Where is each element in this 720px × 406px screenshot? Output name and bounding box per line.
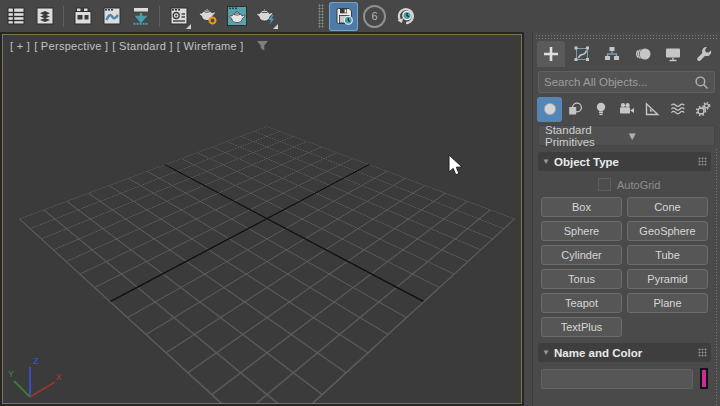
rendered-frame-window-icon [225, 4, 249, 28]
name-color-body [538, 364, 711, 393]
geosphere-button[interactable]: GeoSphere [627, 221, 708, 241]
autobackup-count-badge[interactable]: 6 [363, 5, 386, 28]
main-toolbar: 6 [0, 0, 720, 32]
render-production-button[interactable] [251, 2, 280, 31]
name-color-rollout-header[interactable]: ▼ Name and Color [538, 343, 711, 362]
tab-display[interactable] [659, 41, 687, 67]
search-field[interactable]: Search All Objects... [538, 71, 715, 93]
rollout-collapse-icon: ▼ [542, 348, 554, 357]
tube-button[interactable]: Tube [627, 245, 708, 265]
command-panel: Search All Objects... [532, 32, 720, 406]
primitive-category-dropdown[interactable]: Standard Primitives ▼ [538, 125, 715, 146]
object-type-title: Object Type [554, 156, 698, 168]
plane-button[interactable]: Plane [627, 293, 708, 313]
home-grid [19, 126, 515, 404]
space-warps-icon [670, 101, 686, 117]
category-helpers[interactable] [640, 97, 665, 122]
viewport-pov-menu[interactable]: [ Perspective ] [34, 40, 108, 52]
tab-hierarchy[interactable] [598, 41, 626, 67]
autogrid-label: AutoGrid [617, 179, 660, 191]
autobackup-icon [333, 5, 355, 27]
rollout-drag-grip[interactable] [698, 348, 707, 357]
textplus-button[interactable]: TextPlus [541, 317, 622, 337]
toolbar-separator [63, 6, 64, 27]
display-icon [664, 45, 682, 63]
pyramid-button[interactable]: Pyramid [627, 269, 708, 289]
utilities-wrench-icon [695, 45, 713, 63]
axis-y-label: Y [8, 369, 14, 379]
cone-button[interactable]: Cone [627, 197, 708, 217]
box-button[interactable]: Box [541, 197, 622, 217]
workspace: [ + ] [ Perspective ] [ Standard ] [ Wir… [0, 32, 720, 406]
tab-create[interactable] [537, 41, 565, 67]
render-setup-button[interactable] [193, 2, 222, 31]
ribbon-toggle-button[interactable] [68, 2, 97, 31]
schematic-view-button[interactable] [126, 2, 155, 31]
autogrid-checkbox[interactable] [598, 178, 611, 191]
curve-editor-icon [101, 5, 123, 27]
tab-modify[interactable] [568, 41, 596, 67]
tab-utilities[interactable] [690, 41, 718, 67]
viewport-renderer-menu[interactable]: [ Standard ] [112, 40, 172, 52]
sphere-button[interactable]: Sphere [541, 221, 622, 241]
scene-explorer-button[interactable] [1, 2, 30, 31]
teapot-button[interactable]: Teapot [541, 293, 622, 313]
autobackup-count-value: 6 [371, 10, 377, 22]
viewport-filter-icon[interactable] [256, 40, 269, 52]
autobackup-restore-icon [394, 4, 418, 28]
material-editor-icon [168, 5, 190, 27]
curve-editor-button[interactable] [97, 2, 126, 31]
rollout-drag-grip[interactable] [698, 157, 707, 166]
layer-explorer-button[interactable] [30, 2, 59, 31]
category-cameras[interactable] [614, 97, 639, 122]
shapes-icon [567, 101, 583, 117]
rollout-collapse-icon: ▼ [542, 157, 554, 166]
autobackup-toggle-button[interactable] [329, 2, 358, 31]
scene-explorer-icon [5, 5, 27, 27]
render-production-icon [254, 4, 278, 28]
viewport-general-menu[interactable]: [ + ] [10, 40, 30, 52]
object-type-rollout-header[interactable]: ▼ Object Type [538, 152, 711, 171]
render-setup-icon [196, 4, 220, 28]
axis-x-label: X [56, 372, 62, 382]
autogrid-row: AutoGrid [538, 173, 711, 196]
modify-icon [573, 45, 591, 63]
world-axis-tripod: Z Y X [5, 349, 65, 404]
category-shapes[interactable] [563, 97, 588, 122]
object-name-input[interactable] [541, 369, 693, 389]
tab-motion[interactable] [629, 41, 657, 67]
material-editor-button[interactable] [164, 2, 193, 31]
toolbar-separator [159, 6, 160, 27]
cylinder-button[interactable]: Cylinder [541, 245, 622, 265]
category-lights[interactable] [588, 97, 613, 122]
create-categories [533, 95, 720, 123]
name-color-title: Name and Color [554, 347, 698, 359]
object-type-buttons: Box Cone Sphere GeoSphere Cylinder Tube … [538, 196, 711, 343]
helpers-setsquare-icon [644, 101, 660, 117]
torus-button[interactable]: Torus [541, 269, 622, 289]
category-geometry[interactable] [537, 97, 562, 122]
command-panel-tabs [533, 39, 720, 67]
autobackup-restore-button[interactable] [391, 2, 420, 31]
axis-z-label: Z [33, 356, 39, 366]
create-plus-icon [542, 45, 560, 63]
viewport-shading-menu[interactable]: [ Wireframe ] [177, 40, 244, 52]
hierarchy-icon [603, 45, 621, 63]
viewport-label: [ + ] [ Perspective ] [ Standard ] [ Wir… [10, 40, 269, 52]
rollout-area: ▼ Object Type AutoGrid Box Cone Sphere G… [533, 148, 720, 406]
3dsmax-window: 6 [ + ] [ Perspective ] [ Standard ] [ W… [0, 0, 720, 406]
toolbar-grip[interactable] [318, 4, 324, 28]
search-icon [694, 75, 709, 90]
search-placeholder: Search All Objects... [544, 76, 694, 88]
panel-gutter [524, 32, 532, 406]
rendered-frame-window-button[interactable] [222, 2, 251, 31]
mouse-cursor [446, 154, 466, 178]
category-space-warps[interactable] [665, 97, 690, 122]
layer-explorer-icon [34, 5, 56, 27]
schematic-view-icon [130, 5, 152, 27]
object-color-swatch[interactable] [700, 368, 708, 389]
geometry-sphere-icon [542, 101, 558, 117]
perspective-viewport[interactable]: [ + ] [ Perspective ] [ Standard ] [ Wir… [2, 34, 522, 404]
viewport-frame: [ + ] [ Perspective ] [ Standard ] [ Wir… [0, 32, 524, 406]
category-systems[interactable] [691, 97, 716, 122]
